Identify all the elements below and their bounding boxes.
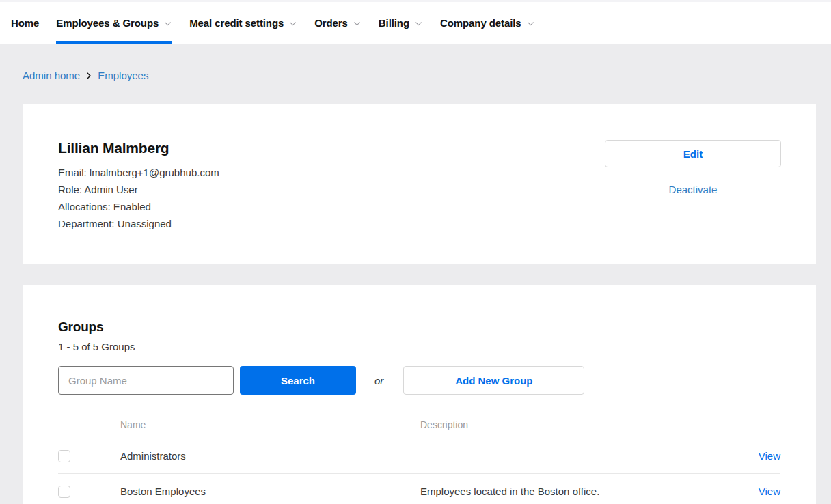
group-name-cell: Boston Employees xyxy=(120,486,420,497)
employee-name: Lillian Malmberg xyxy=(58,140,219,156)
checkbox-cell xyxy=(58,486,120,498)
employee-email: Email: lmalmberg+1@grubhub.com xyxy=(58,167,219,178)
nav-item-billing[interactable]: Billing xyxy=(379,2,423,44)
groups-search-row: Search or Add New Group xyxy=(58,366,780,395)
employee-department: Department: Unassigned xyxy=(58,219,219,229)
view-cell: View xyxy=(739,486,780,497)
group-description-cell: Employees located in the Boston office. xyxy=(420,486,739,497)
column-header-description: Description xyxy=(420,419,739,430)
nav-item-label: Employees & Groups xyxy=(56,17,159,29)
groups-table: Name Description Administrators View Bos… xyxy=(58,411,780,504)
view-link[interactable]: View xyxy=(759,486,780,497)
groups-title: Groups xyxy=(58,320,780,335)
breadcrumb-link-employees[interactable]: Employees xyxy=(98,70,148,81)
breadcrumb: Admin home Employees xyxy=(23,70,831,81)
groups-card: Groups 1 - 5 of 5 Groups Search or Add N… xyxy=(23,285,816,504)
deactivate-link[interactable]: Deactivate xyxy=(669,184,718,195)
nav-item-label: Home xyxy=(11,17,39,29)
employee-role: Role: Admin User xyxy=(58,184,219,195)
groups-count: 1 - 5 of 5 Groups xyxy=(58,341,780,352)
checkbox-cell xyxy=(58,450,120,462)
table-row: Administrators View xyxy=(58,438,780,474)
employee-allocations: Allocations: Enabled xyxy=(58,201,219,212)
nav-item-label: Billing xyxy=(379,17,409,29)
view-link[interactable]: View xyxy=(759,450,780,462)
employee-info: Lillian Malmberg Email: lmalmberg+1@grub… xyxy=(58,140,219,264)
or-label: or xyxy=(374,375,383,387)
chevron-down-icon xyxy=(288,19,297,28)
breadcrumb-link-admin-home[interactable]: Admin home xyxy=(23,70,80,81)
employee-details: Email: lmalmberg+1@grubhub.com Role: Adm… xyxy=(58,167,219,229)
chevron-down-icon xyxy=(163,19,172,28)
nav-item-employees-groups[interactable]: Employees & Groups xyxy=(56,2,172,44)
employee-card: Lillian Malmberg Email: lmalmberg+1@grub… xyxy=(23,104,816,264)
table-row: Boston Employees Employees located in th… xyxy=(58,474,780,504)
chevron-down-icon xyxy=(414,19,423,28)
table-header-row: Name Description xyxy=(58,411,780,438)
chevron-down-icon xyxy=(353,19,362,28)
nav-item-home[interactable]: Home xyxy=(11,2,39,44)
group-name-input[interactable] xyxy=(58,366,234,395)
search-button[interactable]: Search xyxy=(240,366,356,395)
nav-item-meal-credit-settings[interactable]: Meal credit settings xyxy=(189,2,297,44)
nav-item-label: Company details xyxy=(440,17,521,29)
group-name-cell: Administrators xyxy=(120,450,420,462)
chevron-down-icon xyxy=(526,19,535,28)
column-header-name: Name xyxy=(120,419,420,430)
row-checkbox[interactable] xyxy=(58,450,70,462)
employee-actions: Edit Deactivate xyxy=(605,140,781,264)
chevron-right-icon xyxy=(85,72,93,80)
row-checkbox[interactable] xyxy=(58,486,70,498)
nav-item-orders[interactable]: Orders xyxy=(314,2,362,44)
view-cell: View xyxy=(739,450,780,462)
top-navigation: Home Employees & Groups Meal credit sett… xyxy=(0,0,831,44)
nav-item-label: Orders xyxy=(314,17,348,29)
edit-button[interactable]: Edit xyxy=(605,140,781,167)
nav-item-label: Meal credit settings xyxy=(189,17,284,29)
nav-item-company-details[interactable]: Company details xyxy=(440,2,535,44)
add-new-group-button[interactable]: Add New Group xyxy=(403,366,584,395)
